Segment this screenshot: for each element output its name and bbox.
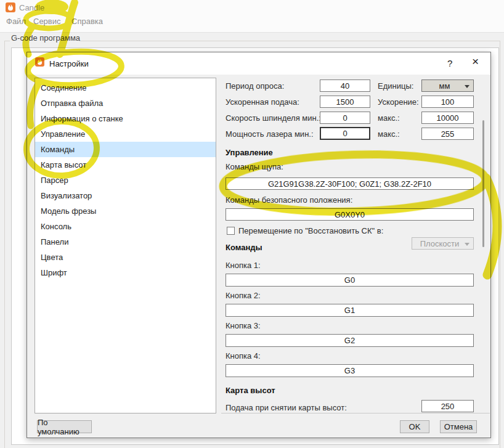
button3-command-input[interactable] <box>226 334 474 347</box>
sidebar-item-visualizer[interactable]: Визуализатор <box>35 188 216 203</box>
heightmap-feed-input[interactable] <box>421 400 474 412</box>
restore-move-value: Плоскости <box>420 239 460 248</box>
sidebar-item-heightmap[interactable]: Карта высот <box>35 157 216 173</box>
poll-period-input[interactable] <box>320 79 370 92</box>
control-section-header: Управление <box>226 148 273 157</box>
screen: Candle Файл Сервис Справка G-code програ… <box>0 0 504 448</box>
acceleration-label: Ускорение: <box>378 97 419 107</box>
button2-label: Кнопка 2: <box>226 291 261 300</box>
settings-content: Период опроса: Единицы: мм Ускоренная по… <box>221 78 490 413</box>
gcode-group-label: G-code программа <box>11 33 80 43</box>
flame-icon <box>7 4 14 11</box>
dialog-help-button[interactable]: ? <box>447 59 452 68</box>
restore-move-label: Перемещение по "Восстановить СК" в: <box>238 226 383 235</box>
laser-min-input[interactable] <box>320 127 370 140</box>
settings-dialog: Настройки ? × Соединение Отправка файла … <box>26 52 491 438</box>
candle-app-icon <box>6 2 15 12</box>
content-scrollbar[interactable] <box>482 120 484 247</box>
button1-label: Кнопка 1: <box>226 261 261 270</box>
settings-sidebar: Соединение Отправка файла Информация о с… <box>35 78 216 413</box>
menu-file[interactable]: Файл <box>6 17 26 26</box>
cancel-button[interactable]: Отмена <box>440 420 477 433</box>
sidebar-item-connection[interactable]: Соединение <box>35 80 216 96</box>
sidebar-item-panels[interactable]: Панели <box>35 234 216 250</box>
sidebar-item-control[interactable]: Управление <box>35 126 216 142</box>
units-combobox[interactable]: мм <box>421 79 474 92</box>
safe-position-label: Команды безопасного положения: <box>226 195 352 205</box>
sidebar-item-font[interactable]: Шрифт <box>35 265 216 280</box>
units-label: Единицы: <box>378 81 413 91</box>
menu-service[interactable]: Сервис <box>33 17 61 26</box>
sidebar-item-tool-model[interactable]: Модель фрезы <box>35 203 216 219</box>
groupbox-border <box>4 41 5 448</box>
laser-max-input[interactable] <box>421 128 474 140</box>
rapid-feed-input[interactable] <box>320 96 370 108</box>
settings-dialog-icon <box>35 57 44 67</box>
button4-label: Кнопка 4: <box>226 351 261 360</box>
button2-command-input[interactable] <box>226 304 474 317</box>
probe-commands-input[interactable] <box>226 177 474 190</box>
heightmap-section-header: Карта высот <box>226 386 275 395</box>
settings-dialog-title: Настройки <box>49 59 89 68</box>
sidebar-item-file-sending[interactable]: Отправка файла <box>35 96 216 111</box>
commands-section-header: Команды <box>226 243 262 252</box>
laser-min-label: Мощность лазера мин.: <box>226 129 314 139</box>
flame-icon <box>37 59 43 65</box>
rapid-feed-label: Ускоренная подача: <box>226 97 299 107</box>
sidebar-item-parser[interactable]: Парсер <box>35 173 216 188</box>
button4-command-input[interactable] <box>226 364 474 377</box>
sidebar-item-commands[interactable]: Команды <box>35 142 216 157</box>
spindle-max-label: макс.: <box>378 113 400 123</box>
ok-button[interactable]: OK <box>400 420 429 433</box>
sidebar-item-colors[interactable]: Цвета <box>35 250 216 265</box>
button1-command-input[interactable] <box>226 274 474 287</box>
laser-max-label: макс.: <box>378 129 400 139</box>
restore-move-combobox: Плоскости <box>412 237 474 250</box>
groupbox-border <box>4 41 10 41</box>
button3-label: Кнопка 3: <box>226 321 261 330</box>
settings-dialog-titlebar[interactable] <box>27 52 490 75</box>
dialog-close-icon[interactable]: × <box>472 57 479 66</box>
spindle-min-label: Скорость шпинделя мин.: <box>226 113 321 123</box>
units-value: мм <box>439 81 450 91</box>
safe-position-input[interactable] <box>226 208 474 221</box>
spindle-max-input[interactable] <box>421 112 474 124</box>
acceleration-input[interactable] <box>421 96 474 108</box>
sidebar-item-machine-info[interactable]: Информация о станке <box>35 111 216 126</box>
menu-help[interactable]: Справка <box>71 17 103 26</box>
window-title: Candle <box>19 3 44 12</box>
probe-commands-label: Команды щупа: <box>226 162 283 171</box>
dropdown-arrow-icon <box>465 85 469 88</box>
sidebar-item-console[interactable]: Консоль <box>35 219 216 234</box>
dropdown-arrow-icon <box>465 243 469 246</box>
groupbox-border <box>79 41 500 41</box>
restore-move-checkbox[interactable] <box>227 227 235 235</box>
groupbox-border <box>500 41 500 448</box>
heightmap-feed-label: Подача при снятии карты высот: <box>226 403 347 412</box>
poll-period-label: Период опроса: <box>226 81 284 91</box>
defaults-button[interactable]: По умолчанию <box>37 420 92 433</box>
spindle-min-input[interactable] <box>320 112 370 124</box>
